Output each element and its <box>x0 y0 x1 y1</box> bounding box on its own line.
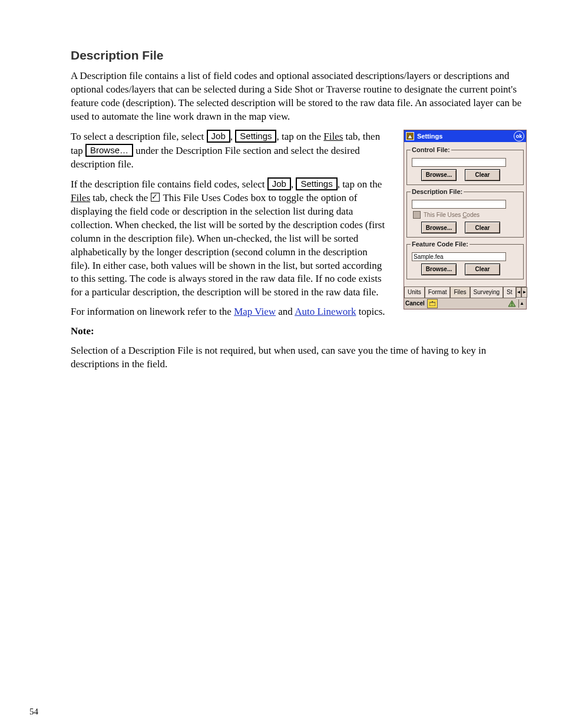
description-file-group: Description File: This File Uses Codes B… <box>406 187 524 238</box>
up-caret-icon[interactable]: ▲ <box>518 299 525 308</box>
control-browse-button[interactable]: Browse... <box>421 169 457 181</box>
files-tab-ref-2: Files <box>71 192 90 203</box>
checkbox-glyph <box>151 193 160 202</box>
note-body: Selection of a Description File is not r… <box>71 344 527 371</box>
dialog-body: Control File: Browse... Clear Descriptio… <box>404 142 526 286</box>
svg-rect-3 <box>511 305 512 306</box>
tab-units[interactable]: Units <box>404 287 425 298</box>
control-file-group: Control File: Browse... Clear <box>406 146 524 185</box>
browse-button-ref: Browse… <box>85 144 133 157</box>
uses-codes-label: This File Uses Codes <box>424 211 480 219</box>
feature-code-input[interactable] <box>412 252 506 261</box>
svg-rect-2 <box>511 302 512 305</box>
feature-browse-button[interactable]: Browse... <box>421 263 457 275</box>
warning-icon[interactable] <box>508 299 516 308</box>
job-button-ref-2: Job <box>267 177 291 190</box>
description-clear-button[interactable]: Clear <box>465 222 500 233</box>
app-icon <box>406 132 414 140</box>
tab-files[interactable]: Files <box>450 287 470 298</box>
description-file-legend: Description File: <box>411 187 464 196</box>
dialog-titlebar: Settings ok <box>404 130 526 142</box>
description-browse-button[interactable]: Browse... <box>421 222 457 233</box>
intro-paragraph: A Description file contains a list of fi… <box>71 70 527 124</box>
tab-surveying[interactable]: Surveying <box>470 287 503 298</box>
page-heading: Description File <box>71 47 527 64</box>
cancel-button[interactable]: Cancel <box>405 299 425 308</box>
files-tab-ref: Files <box>323 131 343 142</box>
uses-codes-checkbox[interactable] <box>413 211 421 219</box>
feature-code-group: Feature Code File: Browse... Clear <box>406 240 524 279</box>
note-title: Note: <box>71 325 527 338</box>
ok-button[interactable]: ok <box>514 131 524 141</box>
settings-dialog-screenshot: Settings ok Control File: Browse... Clea… <box>404 130 527 309</box>
control-file-input[interactable] <box>412 158 506 167</box>
settings-button-ref: Settings <box>235 130 276 143</box>
control-file-legend: Control File: <box>411 146 451 154</box>
dialog-title: Settings <box>417 132 442 141</box>
keyboard-icon[interactable] <box>427 299 438 308</box>
status-bar: Cancel ▲ <box>404 298 526 309</box>
svg-rect-0 <box>429 302 435 306</box>
tab-scroll-right[interactable]: ► <box>521 287 527 298</box>
tab-truncated[interactable]: St <box>503 287 515 298</box>
tab-format[interactable]: Format <box>425 287 451 298</box>
feature-code-legend: Feature Code File: <box>411 240 470 249</box>
feature-clear-button[interactable]: Clear <box>465 263 500 275</box>
auto-linework-link[interactable]: Auto Linework <box>295 306 356 317</box>
job-button-ref: Job <box>207 130 230 143</box>
map-view-link[interactable]: Map View <box>234 306 276 317</box>
tab-bar: Units Format Files Surveying St ◄ ► <box>404 286 526 298</box>
control-clear-button[interactable]: Clear <box>465 169 500 181</box>
description-file-input[interactable] <box>412 200 506 209</box>
settings-button-ref-2: Settings <box>296 177 337 190</box>
tab-scroll-left[interactable]: ◄ <box>516 287 522 298</box>
